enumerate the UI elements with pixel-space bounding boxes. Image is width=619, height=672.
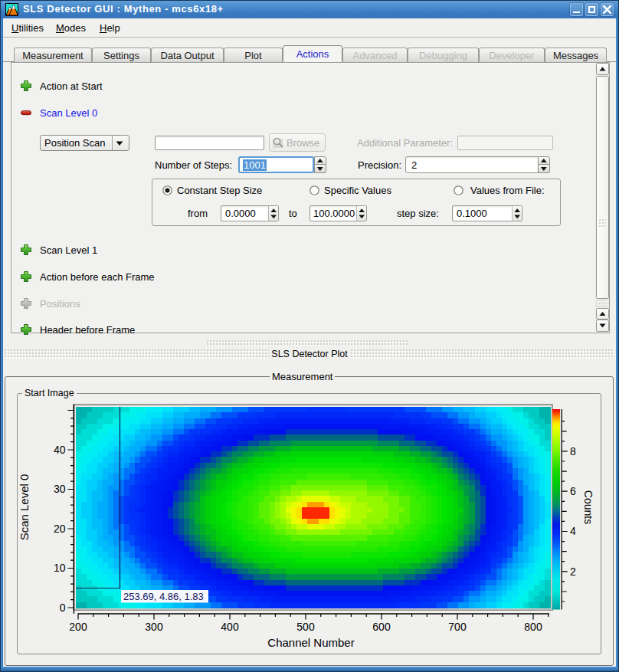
svg-text:4: 4	[570, 525, 576, 537]
svg-text:10: 10	[54, 562, 66, 574]
svg-text:Scan Level 0: Scan Level 0	[18, 474, 31, 541]
svg-text:6: 6	[570, 485, 576, 497]
svg-text:200: 200	[69, 621, 87, 633]
svg-text:600: 600	[372, 621, 391, 633]
svg-text:20: 20	[54, 523, 66, 535]
svg-text:400: 400	[221, 621, 239, 633]
svg-text:Counts: Counts	[582, 490, 594, 524]
svg-text:700: 700	[448, 621, 467, 633]
svg-text:500: 500	[296, 621, 315, 633]
svg-text:800: 800	[524, 621, 542, 633]
svg-text:0: 0	[60, 602, 66, 614]
svg-text:8: 8	[570, 445, 576, 457]
svg-text:40: 40	[54, 444, 66, 456]
svg-text:2: 2	[570, 565, 576, 578]
svg-text:Channel Number: Channel Number	[267, 636, 354, 649]
svg-text:300: 300	[145, 621, 163, 633]
svg-text:253.69, 4.86, 1.83: 253.69, 4.86, 1.83	[123, 591, 204, 602]
svg-text:30: 30	[54, 483, 66, 495]
